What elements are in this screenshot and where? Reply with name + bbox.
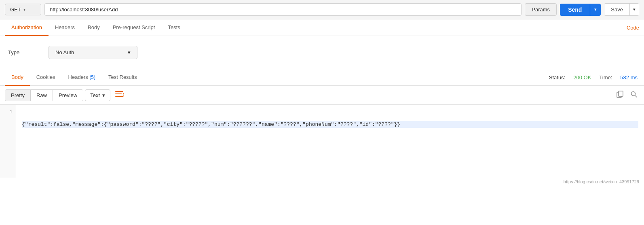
tab-tests[interactable]: Tests bbox=[161, 19, 186, 36]
status-value: 200 OK bbox=[573, 74, 591, 81]
save-dropdown-button[interactable]: ▾ bbox=[629, 4, 639, 15]
preview-button[interactable]: Preview bbox=[53, 90, 83, 101]
raw-button[interactable]: Raw bbox=[31, 90, 53, 101]
footer-watermark: https://blog.csdn.net/weixin_43991729 bbox=[0, 178, 644, 186]
resp-tab-cookies[interactable]: Cookies bbox=[30, 69, 62, 86]
resp-tab-test-results[interactable]: Test Results bbox=[102, 69, 144, 86]
code-link[interactable]: Code bbox=[627, 20, 639, 36]
resp-tab-body[interactable]: Body bbox=[5, 69, 30, 86]
request-tabs: Authorization Headers Body Pre-request S… bbox=[0, 19, 644, 36]
response-tabs-bar: Body Cookies Headers (5) Test Results St… bbox=[0, 69, 644, 86]
top-bar: GET ▾ Params Send ▾ Save ▾ bbox=[0, 0, 644, 19]
search-icon bbox=[630, 91, 638, 98]
copy-button[interactable] bbox=[615, 89, 625, 101]
auth-type-select[interactable]: No Auth ▾ bbox=[49, 46, 137, 59]
svg-rect-1 bbox=[115, 93, 122, 94]
wrap-icon bbox=[115, 91, 124, 98]
tab-prerequest[interactable]: Pre-request Script bbox=[106, 19, 162, 36]
params-button[interactable]: Params bbox=[525, 3, 557, 16]
svg-rect-0 bbox=[115, 91, 123, 92]
auth-type-value: No Auth bbox=[55, 49, 74, 55]
status-label: Status: bbox=[549, 74, 565, 81]
svg-rect-4 bbox=[619, 91, 623, 96]
auth-section: Type No Auth ▾ bbox=[0, 36, 644, 69]
text-format-chevron-icon: ▾ bbox=[102, 92, 105, 98]
search-button[interactable] bbox=[629, 89, 639, 101]
svg-rect-2 bbox=[115, 96, 123, 97]
response-status-area: Status: 200 OK Time: 582 ms bbox=[549, 74, 639, 81]
line-numbers: 1 bbox=[0, 105, 16, 178]
method-chevron-icon: ▾ bbox=[23, 7, 25, 12]
resp-tab-headers[interactable]: Headers (5) bbox=[62, 69, 102, 86]
save-button[interactable]: Save bbox=[604, 4, 629, 15]
format-group: Pretty Raw Preview bbox=[5, 89, 83, 101]
code-content[interactable]: {"result":false,"message":{"password":"?… bbox=[16, 105, 644, 178]
svg-line-6 bbox=[635, 96, 637, 98]
text-format-dropdown[interactable]: Text ▾ bbox=[85, 89, 110, 101]
headers-badge: (5) bbox=[89, 74, 95, 80]
format-bar: Pretty Raw Preview Text ▾ bbox=[0, 86, 644, 105]
response-body: 1 {"result":false,"message":{"password":… bbox=[0, 105, 644, 178]
time-value: 582 ms bbox=[620, 74, 638, 81]
tab-authorization[interactable]: Authorization bbox=[5, 19, 49, 36]
method-select[interactable]: GET ▾ bbox=[5, 4, 41, 15]
tab-headers[interactable]: Headers bbox=[49, 19, 81, 36]
line-number-1: 1 bbox=[9, 109, 13, 115]
copy-icon bbox=[617, 91, 624, 98]
method-label: GET bbox=[10, 6, 21, 13]
url-input[interactable] bbox=[44, 3, 522, 16]
format-icons-right bbox=[615, 89, 639, 101]
save-group: Save ▾ bbox=[604, 3, 639, 16]
wrap-button[interactable] bbox=[112, 89, 127, 101]
send-group: Send ▾ bbox=[560, 4, 601, 16]
auth-type-chevron-icon: ▾ bbox=[128, 49, 131, 55]
time-label: Time: bbox=[599, 74, 612, 81]
code-area: 1 {"result":false,"message":{"password":… bbox=[0, 105, 644, 178]
watermark-text: https://blog.csdn.net/weixin_43991729 bbox=[564, 179, 639, 184]
pretty-button[interactable]: Pretty bbox=[5, 90, 31, 101]
send-button[interactable]: Send bbox=[560, 4, 590, 16]
text-format-label: Text bbox=[90, 92, 100, 98]
auth-row: Type No Auth ▾ bbox=[8, 46, 636, 59]
tab-body[interactable]: Body bbox=[81, 19, 106, 36]
send-dropdown-button[interactable]: ▾ bbox=[590, 4, 601, 16]
auth-type-label: Type bbox=[8, 49, 40, 55]
code-line-1: {"result":false,"message":{"password":"?… bbox=[22, 121, 638, 128]
